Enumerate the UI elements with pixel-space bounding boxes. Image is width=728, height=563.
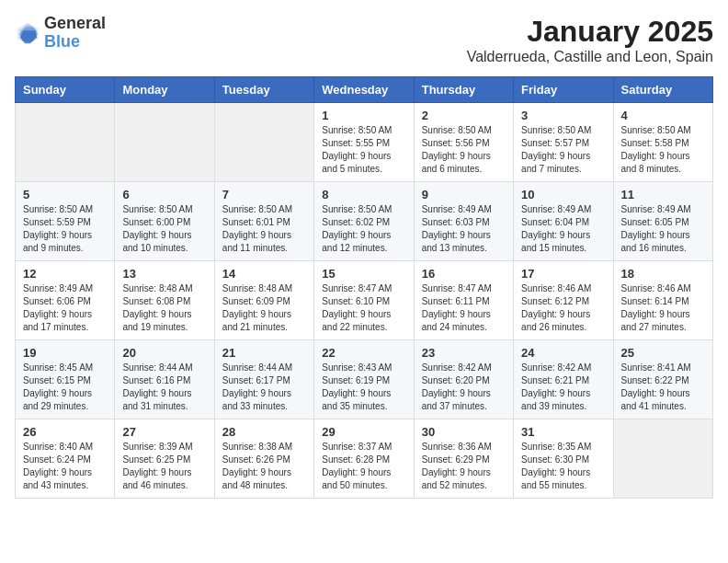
day-info: Sunrise: 8:50 AM Sunset: 6:00 PM Dayligh… [122, 203, 206, 255]
calendar-cell: 9Sunrise: 8:49 AM Sunset: 6:03 PM Daylig… [414, 182, 513, 261]
calendar-cell [613, 419, 712, 499]
calendar-cell: 29Sunrise: 8:37 AM Sunset: 6:28 PM Dayli… [314, 419, 414, 499]
calendar-cell: 12Sunrise: 8:49 AM Sunset: 6:06 PM Dayli… [16, 261, 115, 340]
day-number: 28 [222, 425, 306, 439]
calendar-title: January 2025 [467, 15, 713, 49]
day-info: Sunrise: 8:46 AM Sunset: 6:14 PM Dayligh… [621, 282, 705, 334]
day-number: 24 [521, 346, 605, 360]
calendar-cell: 11Sunrise: 8:49 AM Sunset: 6:05 PM Dayli… [613, 182, 712, 261]
day-number: 21 [222, 346, 306, 360]
day-info: Sunrise: 8:49 AM Sunset: 6:05 PM Dayligh… [621, 203, 705, 255]
weekday-header: Monday [115, 77, 214, 103]
weekday-header: Thursday [414, 77, 513, 103]
day-info: Sunrise: 8:50 AM Sunset: 5:55 PM Dayligh… [322, 124, 405, 176]
day-number: 19 [23, 346, 107, 360]
day-info: Sunrise: 8:50 AM Sunset: 5:57 PM Dayligh… [521, 124, 605, 176]
logo-line1: General [44, 15, 106, 33]
calendar-table: SundayMondayTuesdayWednesdayThursdayFrid… [15, 76, 713, 499]
calendar-cell: 5Sunrise: 8:50 AM Sunset: 5:59 PM Daylig… [16, 182, 115, 261]
calendar-cell: 28Sunrise: 8:38 AM Sunset: 6:26 PM Dayli… [214, 419, 313, 499]
day-info: Sunrise: 8:49 AM Sunset: 6:06 PM Dayligh… [23, 282, 107, 334]
day-number: 2 [422, 109, 506, 122]
day-info: Sunrise: 8:50 AM Sunset: 5:59 PM Dayligh… [23, 203, 107, 255]
calendar-cell: 14Sunrise: 8:48 AM Sunset: 6:09 PM Dayli… [214, 261, 313, 340]
day-number: 30 [422, 425, 506, 439]
day-info: Sunrise: 8:41 AM Sunset: 6:22 PM Dayligh… [621, 362, 705, 413]
day-number: 13 [122, 267, 206, 281]
svg-marker-3 [20, 30, 38, 43]
day-info: Sunrise: 8:49 AM Sunset: 6:03 PM Dayligh… [422, 203, 506, 255]
day-info: Sunrise: 8:47 AM Sunset: 6:11 PM Dayligh… [422, 282, 506, 334]
calendar-cell [16, 103, 115, 182]
calendar-cell: 27Sunrise: 8:39 AM Sunset: 6:25 PM Dayli… [115, 419, 214, 499]
day-info: Sunrise: 8:48 AM Sunset: 6:08 PM Dayligh… [122, 282, 206, 334]
calendar-cell: 18Sunrise: 8:46 AM Sunset: 6:14 PM Dayli… [613, 261, 712, 340]
calendar-cell: 24Sunrise: 8:42 AM Sunset: 6:21 PM Dayli… [514, 340, 613, 419]
weekday-header-row: SundayMondayTuesdayWednesdayThursdayFrid… [16, 77, 713, 103]
day-number: 22 [322, 346, 405, 360]
day-number: 7 [222, 188, 306, 201]
day-info: Sunrise: 8:39 AM Sunset: 6:25 PM Dayligh… [122, 441, 206, 492]
day-info: Sunrise: 8:46 AM Sunset: 6:12 PM Dayligh… [521, 282, 605, 334]
calendar-week-row: 1Sunrise: 8:50 AM Sunset: 5:55 PM Daylig… [16, 103, 713, 182]
calendar-cell: 6Sunrise: 8:50 AM Sunset: 6:00 PM Daylig… [115, 182, 214, 261]
calendar-cell: 26Sunrise: 8:40 AM Sunset: 6:24 PM Dayli… [16, 419, 115, 499]
day-number: 11 [621, 188, 705, 201]
day-number: 14 [222, 267, 306, 281]
day-number: 25 [621, 346, 705, 360]
page-header: General Blue January 2025 Valderrueda, C… [15, 15, 713, 65]
calendar-cell: 22Sunrise: 8:43 AM Sunset: 6:19 PM Dayli… [314, 340, 414, 419]
day-info: Sunrise: 8:38 AM Sunset: 6:26 PM Dayligh… [222, 441, 306, 492]
day-number: 18 [621, 267, 705, 281]
day-number: 12 [23, 267, 107, 281]
day-info: Sunrise: 8:44 AM Sunset: 6:16 PM Dayligh… [122, 362, 206, 413]
weekday-header: Tuesday [214, 77, 313, 103]
day-info: Sunrise: 8:37 AM Sunset: 6:28 PM Dayligh… [322, 441, 405, 492]
calendar-cell: 16Sunrise: 8:47 AM Sunset: 6:11 PM Dayli… [414, 261, 513, 340]
day-info: Sunrise: 8:42 AM Sunset: 6:20 PM Dayligh… [422, 362, 506, 413]
day-number: 9 [422, 188, 506, 201]
calendar-cell: 8Sunrise: 8:50 AM Sunset: 6:02 PM Daylig… [314, 182, 414, 261]
calendar-cell: 1Sunrise: 8:50 AM Sunset: 5:55 PM Daylig… [314, 103, 414, 182]
weekday-header: Saturday [613, 77, 712, 103]
day-number: 15 [322, 267, 405, 281]
logo-icon [15, 20, 40, 46]
calendar-cell: 7Sunrise: 8:50 AM Sunset: 6:01 PM Daylig… [214, 182, 313, 261]
day-number: 26 [23, 425, 107, 439]
day-info: Sunrise: 8:47 AM Sunset: 6:10 PM Dayligh… [322, 282, 405, 334]
day-number: 8 [322, 188, 405, 201]
title-block: January 2025 Valderrueda, Castille and L… [467, 15, 713, 65]
day-number: 16 [422, 267, 506, 281]
calendar-cell: 15Sunrise: 8:47 AM Sunset: 6:10 PM Dayli… [314, 261, 414, 340]
calendar-cell: 31Sunrise: 8:35 AM Sunset: 6:30 PM Dayli… [514, 419, 613, 499]
day-info: Sunrise: 8:50 AM Sunset: 5:58 PM Dayligh… [621, 124, 705, 176]
weekday-header: Sunday [16, 77, 115, 103]
calendar-week-row: 12Sunrise: 8:49 AM Sunset: 6:06 PM Dayli… [16, 261, 713, 340]
logo-text: General Blue [44, 15, 106, 52]
calendar-week-row: 5Sunrise: 8:50 AM Sunset: 5:59 PM Daylig… [16, 182, 713, 261]
calendar-cell [214, 103, 313, 182]
day-info: Sunrise: 8:40 AM Sunset: 6:24 PM Dayligh… [23, 441, 107, 492]
day-number: 1 [322, 109, 405, 122]
day-info: Sunrise: 8:36 AM Sunset: 6:29 PM Dayligh… [422, 441, 506, 492]
calendar-week-row: 19Sunrise: 8:45 AM Sunset: 6:15 PM Dayli… [16, 340, 713, 419]
weekday-header: Wednesday [314, 77, 414, 103]
day-number: 10 [521, 188, 605, 201]
calendar-cell: 19Sunrise: 8:45 AM Sunset: 6:15 PM Dayli… [16, 340, 115, 419]
calendar-cell: 21Sunrise: 8:44 AM Sunset: 6:17 PM Dayli… [214, 340, 313, 419]
calendar-cell [115, 103, 214, 182]
day-number: 4 [621, 109, 705, 122]
calendar-cell: 20Sunrise: 8:44 AM Sunset: 6:16 PM Dayli… [115, 340, 214, 419]
calendar-cell: 25Sunrise: 8:41 AM Sunset: 6:22 PM Dayli… [613, 340, 712, 419]
day-number: 5 [23, 188, 107, 201]
weekday-header: Friday [514, 77, 613, 103]
calendar-subtitle: Valderrueda, Castille and Leon, Spain [467, 49, 713, 65]
day-info: Sunrise: 8:50 AM Sunset: 6:02 PM Dayligh… [322, 203, 405, 255]
calendar-cell: 17Sunrise: 8:46 AM Sunset: 6:12 PM Dayli… [514, 261, 613, 340]
day-number: 17 [521, 267, 605, 281]
day-info: Sunrise: 8:50 AM Sunset: 5:56 PM Dayligh… [422, 124, 506, 176]
day-info: Sunrise: 8:50 AM Sunset: 6:01 PM Dayligh… [222, 203, 306, 255]
calendar-cell: 3Sunrise: 8:50 AM Sunset: 5:57 PM Daylig… [514, 103, 613, 182]
day-info: Sunrise: 8:35 AM Sunset: 6:30 PM Dayligh… [521, 441, 605, 492]
day-number: 23 [422, 346, 506, 360]
